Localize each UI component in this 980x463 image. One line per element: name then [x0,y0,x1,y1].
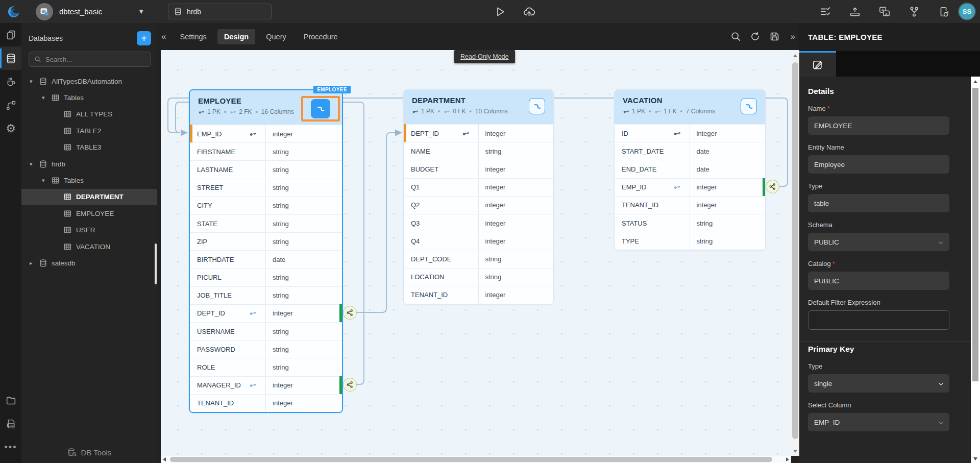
column-row-username[interactable]: USERNAMEstring [190,322,342,340]
column-row-q4[interactable]: Q4integer [404,232,553,250]
field-entity-name-input[interactable]: Employee [808,155,949,174]
column-row-name[interactable]: NAMEstring [404,142,553,160]
connect-table-button[interactable] [311,99,330,118]
translate-icon[interactable]: Aa [879,6,890,17]
tab-query[interactable]: Query [259,29,293,44]
sidebar-item-table3[interactable]: TABLE3 [21,139,157,156]
column-row-q3[interactable]: Q3integer [404,214,553,232]
user-avatar[interactable]: SS [958,3,976,20]
expand-panel-icon[interactable]: » [791,32,795,42]
panel-scrollbar[interactable] [971,77,980,463]
erd-canvas[interactable]: Read-Only Mode EMPLOYEEEMPLOYEE1 PK•2 FK… [161,50,791,456]
sidebar-item-department[interactable]: DEPARTMENT [21,189,157,205]
column-row-type[interactable]: TYPEstring [615,232,765,250]
add-database-button[interactable]: + [137,31,151,45]
canvas-vertical-scrollbar[interactable] [791,50,799,456]
column-row-id[interactable]: IDinteger [615,124,765,142]
column-row-q1[interactable]: Q1integer [404,178,553,196]
collapse-sidebar-icon[interactable]: « [161,32,166,42]
column-row-street[interactable]: STREETstring [190,179,342,197]
field-type-input[interactable]: table [808,194,949,212]
sidebar-scrollbar[interactable] [155,243,157,284]
caret-down-icon[interactable]: ▾ [30,161,38,167]
column-row-password[interactable]: PASSWORDstring [190,340,342,358]
column-row-zip[interactable]: ZIPstring [190,232,342,250]
column-row-q2[interactable]: Q2integer [404,196,553,214]
rail-databases-icon[interactable] [0,46,21,70]
column-row-state[interactable]: STATEstring [190,214,342,232]
rail-log-icon[interactable]: LOG [0,412,21,435]
column-row-budget[interactable]: BUDGETinteger [404,160,553,178]
field-name-input[interactable]: EMPLOYEE [808,116,949,135]
sidebar-item-user[interactable]: USER [21,222,157,238]
rail-folder-icon[interactable] [0,388,21,412]
column-row-dept-id[interactable]: DEPT_IDinteger [190,304,342,322]
sidebar-item-employee[interactable]: EMPLOYEE [21,205,157,222]
connect-table-button[interactable] [741,98,757,114]
field-schema-select[interactable]: PUBLIC [808,233,949,251]
connect-table-button[interactable] [529,98,545,114]
tab-design[interactable]: Design [217,29,255,44]
column-row-start-date[interactable]: START_DATEdate [615,142,765,160]
field-select-column-select[interactable]: EMP_ID [808,413,949,431]
db-tools-button[interactable]: DB Tools [21,442,157,463]
export-drive-icon[interactable] [849,6,861,17]
database-selector[interactable]: hrdb [168,4,272,19]
field-catalog-input[interactable]: PUBLIC [808,272,949,290]
rail-settings-icon[interactable]: ⚙ [0,117,21,140]
search-box[interactable] [29,52,151,67]
column-row-status[interactable]: STATUSstring [615,214,765,232]
search-input[interactable] [45,56,137,63]
caret-down-icon[interactable]: ▾ [42,177,50,184]
sidebar-item-vacation[interactable]: VACATION [21,238,157,255]
sidebar-item-tables[interactable]: ▾Tables [21,172,157,188]
column-row-city[interactable]: CITYstring [190,197,342,214]
sidebar-item-tables[interactable]: ▾Tables [21,89,157,106]
column-row-birthdate[interactable]: BIRTHDATEdate [190,250,342,268]
share-fork-icon[interactable] [909,6,920,17]
connection-selector[interactable]: dbtest_basic ▼ [36,3,144,20]
relation-badge-vacation-emp-id[interactable] [766,180,779,193]
rail-pipeline-icon[interactable] [0,93,21,117]
sidebar-item-salesdb[interactable]: ▸salesdb [21,255,157,271]
run-icon[interactable] [494,6,506,18]
column-row-firstname[interactable]: FIRSTNAMEstring [190,142,342,160]
column-row-job-title[interactable]: JOB_TITLEstring [190,286,342,304]
rail-files-icon[interactable] [0,23,21,46]
device-sync-icon[interactable] [938,6,949,17]
relation-badge-dept-id[interactable] [343,306,357,320]
column-row-role[interactable]: ROLEstring [190,358,342,376]
column-row-dept-code[interactable]: DEPT_CODEstring [404,250,553,267]
column-row-picurl[interactable]: PICURLstring [190,269,342,286]
tab-settings[interactable]: Settings [173,29,213,44]
column-row-emp-id[interactable]: EMP_IDinteger [615,178,765,196]
task-list-icon[interactable] [820,6,831,17]
column-row-dept-id[interactable]: DEPT_IDinteger [404,124,553,142]
sidebar-item-alltypesdbautomation[interactable]: ▾AllTypesDBAutomation [21,73,157,89]
column-row-lastname[interactable]: LASTNAMEstring [190,160,342,178]
column-row-tenant-id[interactable]: TENANT_IDinteger [404,286,553,304]
diagram-search-icon[interactable] [730,31,741,42]
rail-coffee-icon[interactable] [0,70,21,93]
caret-down-icon[interactable]: ▾ [30,78,38,85]
erd-table-employee[interactable]: EMPLOYEEEMPLOYEE1 PK•2 FK•16 ColumnsEMP_… [189,89,343,413]
column-row-tenant-id[interactable]: TENANT_IDinteger [190,394,342,412]
tab-procedure[interactable]: Procedure [297,29,345,44]
field-default-filter-expression-input[interactable] [808,310,949,330]
erd-table-department[interactable]: DEPARTMENT1 PK•0 FK•10 ColumnsDEPT_IDint… [403,89,554,304]
caret-right-icon[interactable]: ▸ [30,260,38,266]
tab-edit-table[interactable] [799,51,836,77]
refresh-icon[interactable] [750,31,761,42]
sidebar-item-all-types[interactable]: ALL TYPES [21,106,157,123]
canvas-horizontal-scrollbar[interactable] [161,456,791,463]
column-row-end-date[interactable]: END_DATEdate [615,160,765,178]
sidebar-item-hrdb[interactable]: ▾hrdb [21,156,157,172]
caret-down-icon[interactable]: ▾ [42,94,50,101]
save-icon[interactable] [769,31,780,42]
sidebar-item-table2[interactable]: TABLE2 [21,123,157,139]
column-row-tenant-id[interactable]: TENANT_IDinteger [615,196,765,214]
relation-badge-manager-id[interactable] [343,378,357,392]
erd-table-vacation[interactable]: VACATION1 PK•1 FK•7 ColumnsIDintegerSTAR… [614,89,766,250]
rail-more-icon[interactable]: ••• [0,435,21,459]
field-type-select[interactable]: single [808,374,949,393]
